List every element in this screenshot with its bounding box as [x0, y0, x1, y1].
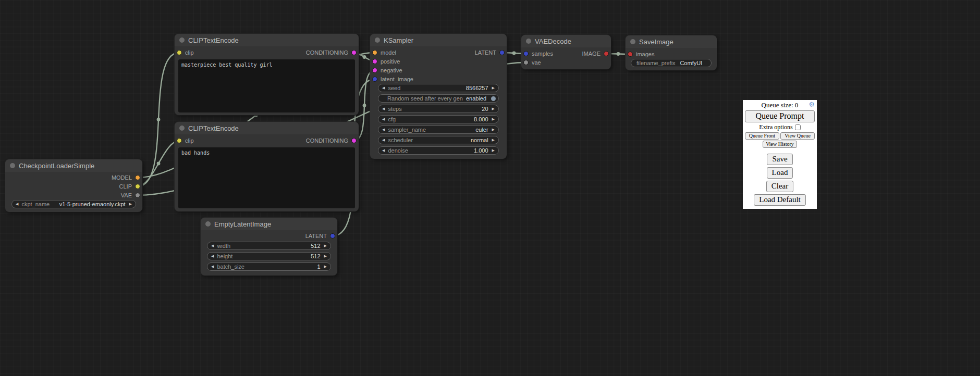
widget-value: 512: [236, 253, 320, 259]
slot-row: vae: [521, 58, 611, 67]
input-slot-images[interactable]: [628, 52, 633, 57]
increment-arrow-icon[interactable]: ▶: [324, 263, 327, 270]
increment-arrow-icon[interactable]: ▶: [492, 84, 495, 92]
widget-height[interactable]: ◀ height 512 ▶: [207, 252, 331, 260]
widget-filename-prefix[interactable]: filename_prefix ComfyUI: [631, 59, 712, 67]
view-queue-button[interactable]: View Queue: [780, 132, 815, 140]
increment-arrow-icon[interactable]: ▶: [492, 105, 495, 112]
widget-steps[interactable]: ◀ steps 20 ▶: [378, 105, 499, 113]
decrement-arrow-icon[interactable]: ◀: [382, 84, 385, 92]
node-checkpoint-loader-simple[interactable]: CheckpointLoaderSimple MODEL CLIP VAE ◀ …: [5, 159, 142, 212]
prev-value-arrow-icon[interactable]: ◀: [382, 136, 385, 144]
node-title-bar[interactable]: VAEDecode: [521, 35, 611, 47]
input-label-clip: clip: [185, 48, 194, 57]
node-title-bar[interactable]: CheckpointLoaderSimple: [5, 159, 142, 172]
negative-prompt-textarea[interactable]: bad hands: [178, 147, 355, 208]
decrement-arrow-icon[interactable]: ◀: [211, 263, 214, 270]
input-slot-latent-image[interactable]: [372, 77, 377, 82]
load-default-button[interactable]: Load Default: [754, 194, 806, 206]
node-title-bar[interactable]: KSampler: [370, 34, 507, 46]
node-title-bar[interactable]: SaveImage: [626, 35, 717, 48]
extra-options-row: Extra options: [745, 123, 815, 131]
node-collapse-dot-icon[interactable]: [179, 37, 185, 43]
output-slot-image[interactable]: [604, 51, 609, 56]
comfy-menu-panel: Queue size: 0 ⚙ Queue Prompt Extra optio…: [743, 100, 817, 209]
positive-prompt-textarea[interactable]: masterpiece best quality girl: [178, 59, 355, 112]
input-slot-model[interactable]: [372, 50, 377, 55]
widget-cfg[interactable]: ◀ cfg 8.000 ▶: [378, 115, 499, 123]
next-value-arrow-icon[interactable]: ▶: [492, 136, 495, 144]
node-title: EmptyLatentImage: [214, 220, 271, 228]
widget-label: steps: [388, 106, 401, 112]
node-collapse-dot-icon[interactable]: [526, 39, 531, 44]
output-slot-clip[interactable]: [135, 184, 140, 189]
widget-random-seed-toggle[interactable]: Random seed after every gen enabled: [378, 94, 499, 103]
increment-arrow-icon[interactable]: ▶: [492, 116, 495, 123]
widget-seed[interactable]: ◀ seed 8566257 ▶: [378, 84, 499, 92]
node-clip-text-encode-negative[interactable]: CLIPTextEncode clip CONDITIONING bad han…: [175, 122, 359, 211]
output-slot-latent[interactable]: [330, 233, 335, 239]
input-slot-clip[interactable]: [177, 138, 182, 143]
extra-options-checkbox[interactable]: [795, 124, 801, 130]
queue-front-button[interactable]: Queue Front: [745, 132, 779, 140]
widget-label: Random seed after every gen: [387, 95, 463, 102]
node-title-bar[interactable]: CLIPTextEncode: [175, 122, 359, 134]
input-slot-vae[interactable]: [523, 60, 529, 65]
node-title-bar[interactable]: CLIPTextEncode: [175, 34, 359, 46]
node-collapse-dot-icon[interactable]: [10, 163, 15, 168]
widget-value: normal: [416, 137, 488, 143]
output-label-model: MODEL: [112, 173, 132, 182]
node-collapse-dot-icon[interactable]: [179, 126, 185, 131]
widget-width[interactable]: ◀ width 512 ▶: [207, 242, 331, 250]
view-history-button[interactable]: View History: [763, 141, 797, 148]
widget-denoise[interactable]: ◀ denoise 1.000 ▶: [378, 146, 499, 155]
slot-row: samples IMAGE: [521, 49, 611, 58]
settings-gear-icon[interactable]: ⚙: [808, 101, 815, 108]
queue-prompt-button[interactable]: Queue Prompt: [745, 110, 815, 122]
prev-value-arrow-icon[interactable]: ◀: [382, 126, 385, 133]
widget-label: width: [217, 243, 230, 249]
node-clip-text-encode-positive[interactable]: CLIPTextEncode clip CONDITIONING masterp…: [175, 34, 359, 115]
input-slot-samples[interactable]: [523, 51, 529, 56]
node-collapse-dot-icon[interactable]: [205, 221, 211, 227]
widget-batch-size[interactable]: ◀ batch_size 1 ▶: [207, 262, 331, 271]
node-save-image[interactable]: SaveImage images filename_prefix ComfyUI: [626, 35, 717, 70]
node-ksampler[interactable]: KSampler model LATENT positive negative …: [370, 34, 507, 159]
decrement-arrow-icon[interactable]: ◀: [211, 253, 214, 260]
widget-sampler-name[interactable]: ◀ sampler_name euler ▶: [378, 126, 499, 134]
input-slot-positive[interactable]: [372, 59, 377, 64]
increment-arrow-icon[interactable]: ▶: [492, 147, 495, 154]
increment-arrow-icon[interactable]: ▶: [324, 253, 327, 260]
node-empty-latent-image[interactable]: EmptyLatentImage LATENT ◀ width 512 ▶ ◀ …: [201, 218, 337, 275]
input-slot-clip[interactable]: [177, 50, 182, 55]
next-value-arrow-icon[interactable]: ▶: [129, 200, 132, 208]
next-value-arrow-icon[interactable]: ▶: [492, 126, 495, 133]
output-slot-model[interactable]: [135, 175, 140, 180]
output-slot-latent[interactable]: [499, 50, 505, 55]
node-collapse-dot-icon[interactable]: [630, 39, 635, 44]
widget-ckpt-name[interactable]: ◀ ckpt_name v1-5-pruned-emaonly.ckpt ▶: [11, 200, 136, 208]
decrement-arrow-icon[interactable]: ◀: [382, 116, 385, 123]
output-slot-conditioning[interactable]: [351, 138, 357, 143]
output-slot-conditioning[interactable]: [351, 50, 357, 55]
decrement-arrow-icon[interactable]: ◀: [382, 147, 385, 154]
toggle-on-indicator-icon[interactable]: [491, 96, 496, 101]
node-title-bar[interactable]: EmptyLatentImage: [201, 218, 337, 230]
widget-value: ComfyUI: [679, 60, 704, 66]
clear-button[interactable]: Clear: [766, 181, 793, 192]
widget-scheduler[interactable]: ◀ scheduler normal ▶: [378, 136, 499, 144]
output-label-image: IMAGE: [582, 49, 601, 58]
decrement-arrow-icon[interactable]: ◀: [382, 105, 385, 112]
node-vae-decode[interactable]: VAEDecode samples IMAGE vae: [521, 35, 611, 69]
decrement-arrow-icon[interactable]: ◀: [211, 242, 214, 249]
increment-arrow-icon[interactable]: ▶: [324, 242, 327, 249]
load-button[interactable]: Load: [767, 167, 793, 179]
widget-label: cfg: [388, 116, 396, 122]
slot-row: model LATENT: [370, 48, 507, 57]
output-slot-vae[interactable]: [135, 193, 140, 198]
input-label-latent-image: latent_image: [381, 75, 413, 84]
input-slot-negative[interactable]: [372, 68, 377, 73]
save-button[interactable]: Save: [767, 154, 792, 165]
node-collapse-dot-icon[interactable]: [375, 37, 380, 43]
prev-value-arrow-icon[interactable]: ◀: [16, 200, 18, 208]
